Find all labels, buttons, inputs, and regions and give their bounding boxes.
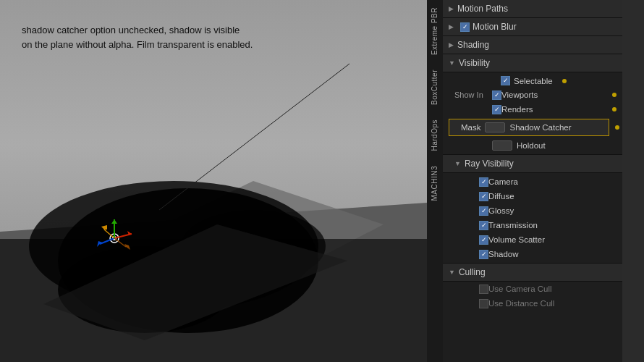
section-title-shading: Shading <box>457 40 489 50</box>
svg-marker-15 <box>111 219 117 224</box>
arrow-shading: ▶ <box>449 41 454 49</box>
ray-diffuse-checkbox[interactable]: ✓ <box>479 192 488 201</box>
properties-panel: ▶ Motion Paths ▶ ✓ Motion Blur ▶ Shading… <box>443 0 622 362</box>
ray-volume-scatter-checkbox[interactable]: ✓ <box>479 235 488 245</box>
culling-content: Use Camera Cull Use Distance Cull <box>443 282 622 311</box>
viewports-label: Viewports <box>501 90 538 99</box>
svg-marker-21 <box>97 241 103 247</box>
selectable-dot <box>562 79 567 83</box>
annotation-text: shadow catcher option unchecked, shadow … <box>22 23 253 51</box>
ray-shadow-row: ✓ Shadow <box>443 247 622 261</box>
section-title-visibility: Visibility <box>459 58 490 68</box>
ray-volume-scatter-row: ✓ Volume Scatter <box>443 232 622 247</box>
ray-glossy-row: ✓ Glossy <box>443 203 622 218</box>
selectable-checkbox[interactable]: ✓ <box>501 76 510 85</box>
selectable-row: ✓ Selectable <box>443 74 622 88</box>
arrow-ray-visibility: ▼ <box>454 160 461 167</box>
section-motion-blur[interactable]: ▶ ✓ Motion Blur <box>443 18 622 36</box>
ray-volume-scatter-label: Volume Scatter <box>488 235 545 244</box>
sidebar-tab-boxcutter[interactable]: BoxCutter <box>428 62 443 112</box>
arrow-motion-blur: ▶ <box>449 23 454 30</box>
shadow-catcher-toggle[interactable] <box>485 122 505 132</box>
transform-gizmo <box>94 214 130 250</box>
svg-marker-19 <box>101 225 107 230</box>
shadow-catcher-label: Shadow Catcher <box>509 123 571 132</box>
arrow-culling: ▼ <box>449 269 455 276</box>
ray-shadow-label: Shadow <box>488 250 519 258</box>
ray-transmission-label: Transmission <box>488 221 538 230</box>
motion-blur-checkbox[interactable]: ✓ <box>460 22 470 32</box>
section-motion-paths[interactable]: ▶ Motion Paths <box>443 0 622 18</box>
holdout-label: Holdout <box>517 141 546 150</box>
show-in-label: Show In <box>454 90 492 99</box>
arrow-visibility: ▼ <box>449 59 455 67</box>
renders-label: Renders <box>501 105 533 114</box>
ray-camera-checkbox[interactable]: ✓ <box>479 177 488 187</box>
mask-label: Mask <box>461 123 480 132</box>
use-camera-cull-label: Use Camera Cull <box>488 285 552 293</box>
renders-check-mark: ✓ <box>494 106 500 113</box>
ray-visibility-content: ✓ Camera ✓ Diffuse ✓ Glossy ✓ Transmissi… <box>443 173 622 263</box>
section-title-motion-paths: Motion Paths <box>457 4 508 14</box>
sidebar-tabs: Extreme PBR BoxCutter HardOps MACHIN3 <box>427 0 443 362</box>
section-shading[interactable]: ▶ Shading <box>443 36 622 54</box>
viewports-check-mark: ✓ <box>494 92 500 98</box>
use-camera-cull-row: Use Camera Cull <box>443 282 622 296</box>
motion-blur-check-mark: ✓ <box>462 24 468 30</box>
arrow-motion-paths: ▶ <box>449 5 454 12</box>
selectable-label: Selectable <box>514 77 553 85</box>
ray-glossy-checkbox[interactable]: ✓ <box>479 206 488 216</box>
section-title-ray-visibility: Ray Visibility <box>465 159 514 169</box>
use-camera-cull-checkbox[interactable] <box>479 285 488 294</box>
use-distance-cull-checkbox[interactable] <box>479 299 488 308</box>
ray-camera-row: ✓ Camera <box>443 174 622 189</box>
ray-transmission-checkbox[interactable]: ✓ <box>479 221 488 230</box>
section-title-motion-blur: Motion Blur <box>473 22 517 32</box>
viewport: shadow catcher option unchecked, shadow … <box>0 0 427 362</box>
shadow-catcher-dot <box>615 125 619 130</box>
use-distance-cull-row: Use Distance Cull <box>443 296 622 311</box>
selectable-check-mark: ✓ <box>503 77 509 84</box>
show-in-viewports-row: Show In ✓ Viewports <box>443 88 622 102</box>
section-ray-visibility[interactable]: ▼ Ray Visibility <box>443 155 622 173</box>
viewports-checkbox[interactable]: ✓ <box>492 90 501 100</box>
sidebar-tab-machin3[interactable]: MACHIN3 <box>428 159 443 209</box>
mask-shadow-catcher-row: Mask Shadow Catcher <box>449 119 609 136</box>
section-visibility[interactable]: ▼ Visibility <box>443 54 622 72</box>
sidebar-tab-hardops[interactable]: HardOps <box>428 112 443 159</box>
ray-shadow-checkbox[interactable]: ✓ <box>479 250 488 259</box>
holdout-toggle[interactable] <box>492 140 512 151</box>
holdout-row: Holdout <box>443 138 622 153</box>
visibility-content: ✓ Selectable Show In ✓ Viewports ✓ Rende… <box>443 72 622 154</box>
use-distance-cull-label: Use Distance Cull <box>488 299 554 308</box>
ray-diffuse-label: Diffuse <box>488 192 514 201</box>
renders-checkbox[interactable]: ✓ <box>492 105 501 114</box>
renders-row: ✓ Renders <box>443 102 622 117</box>
ray-transmission-row: ✓ Transmission <box>443 218 622 232</box>
ray-diffuse-row: ✓ Diffuse <box>443 189 622 203</box>
section-culling[interactable]: ▼ Culling <box>443 264 622 282</box>
svg-line-16 <box>100 238 114 244</box>
ray-glossy-label: Glossy <box>488 206 514 215</box>
sidebar-tab-extreme-pbr[interactable]: Extreme PBR <box>428 0 443 62</box>
ray-camera-label: Camera <box>488 177 518 186</box>
renders-dot <box>612 107 617 111</box>
section-title-culling: Culling <box>459 267 486 277</box>
viewports-dot <box>612 93 617 97</box>
